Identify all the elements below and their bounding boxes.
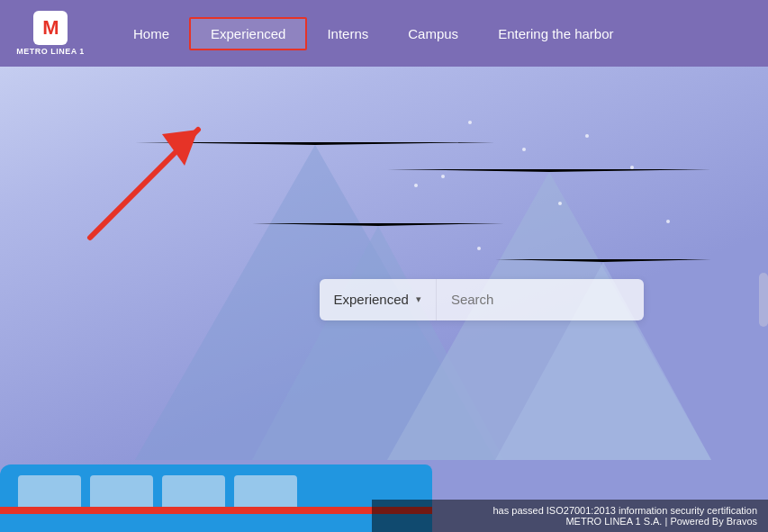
- footer-line1: has passed ISO27001:2013 information sec…: [383, 505, 757, 516]
- star-2: [522, 148, 526, 151]
- chevron-down-icon: ▾: [416, 293, 421, 305]
- nav-item-entering-harbor[interactable]: Entering the harbor: [478, 19, 633, 49]
- nav-item-campus[interactable]: Campus: [388, 19, 478, 49]
- logo-letter: M: [42, 16, 58, 40]
- nav-item-experienced[interactable]: Experienced: [189, 17, 307, 50]
- footer-bar: has passed ISO27001:2013 information sec…: [372, 500, 768, 532]
- star-8: [414, 184, 418, 187]
- star-3: [558, 202, 562, 205]
- logo-area: M METRO LINEA 1: [14, 11, 86, 56]
- star-6: [585, 134, 589, 138]
- train-stripe: [0, 507, 432, 514]
- train-body: [0, 464, 432, 532]
- logo-box: M: [33, 11, 68, 45]
- search-bar: Experienced ▾: [320, 279, 644, 320]
- logo-text: METRO LINEA 1: [16, 47, 85, 56]
- star-9: [468, 121, 472, 124]
- star-5: [630, 166, 634, 169]
- scrollbar-hint[interactable]: [759, 273, 768, 327]
- search-dropdown[interactable]: Experienced ▾: [320, 279, 437, 320]
- main-area: Experienced ▾ has passed ISO27001:2013 i…: [0, 67, 768, 532]
- star-1: [441, 175, 445, 178]
- star-4: [477, 247, 481, 250]
- star-7: [666, 220, 670, 223]
- nav-item-interns[interactable]: Interns: [307, 19, 388, 49]
- search-input[interactable]: [437, 292, 644, 307]
- footer-line2: METRO LINEA 1 S.A. | Powered By Bravos: [383, 516, 757, 527]
- dropdown-label: Experienced: [334, 292, 409, 307]
- nav-item-home[interactable]: Home: [113, 19, 189, 49]
- nav-links: Home Experienced Interns Campus Entering…: [113, 17, 634, 50]
- navbar: M METRO LINEA 1 Home Experienced Interns…: [0, 0, 768, 67]
